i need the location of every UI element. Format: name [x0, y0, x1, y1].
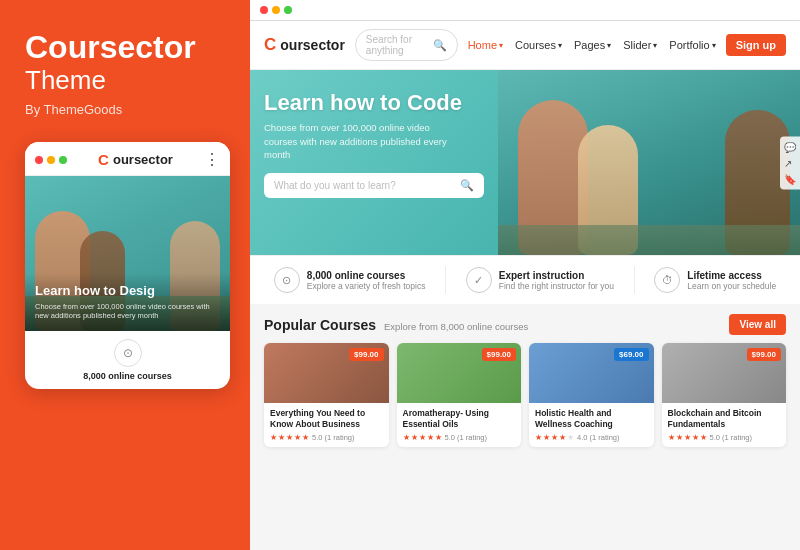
star-5: ★ [700, 433, 707, 442]
course-title-1: Aromatherapy- Using Essential Oils [403, 408, 516, 430]
hero-desk [498, 225, 801, 255]
mobile-logo: C oursector [98, 151, 173, 168]
course-img-3: $99.00 [662, 343, 787, 403]
nav-search[interactable]: Search for anything 🔍 [355, 29, 458, 61]
star-4: ★ [559, 433, 566, 442]
courses-grid: $99.00 Everything You Need to Know About… [264, 343, 786, 447]
course-rating-0: 5.0 (1 rating) [312, 433, 355, 442]
star-1: ★ [403, 433, 410, 442]
mobile-menu-icon[interactable]: ⋮ [204, 150, 220, 169]
mobile-hero-title: Learn how to Desig [35, 283, 220, 299]
hero-search-placeholder: What do you want to learn? [274, 180, 454, 191]
stat-divider-1 [445, 266, 446, 294]
mobile-dot-yellow [47, 156, 55, 164]
course-card-3[interactable]: $99.00 Blockchain and Bitcoin Fundamenta… [662, 343, 787, 447]
browser-dot-red [260, 6, 268, 14]
brand-subtitle: Theme [25, 65, 225, 96]
nav-logo: C oursector [264, 35, 345, 55]
nav-courses[interactable]: Courses ▾ [515, 39, 562, 51]
course-stars-2: ★★★★★ 4.0 (1 rating) [535, 433, 648, 442]
hero-subtitle: Choose from over 100,000 online video co… [264, 121, 464, 161]
nav-portfolio[interactable]: Portfolio ▾ [669, 39, 715, 51]
chat-icon: 💬 [784, 141, 796, 152]
course-stars-0: ★★★★★ 5.0 (1 rating) [270, 433, 383, 442]
course-title-0: Everything You Need to Know About Busine… [270, 408, 383, 430]
nav-slider[interactable]: Slider ▾ [623, 39, 657, 51]
star-3: ★ [286, 433, 293, 442]
portfolio-arrow: ▾ [712, 41, 716, 50]
stat-courses-text: 8,000 online courses Explore a variety o… [307, 270, 426, 291]
courses-subtitle: Explore from 8,000 online courses [384, 321, 528, 332]
star-1: ★ [668, 433, 675, 442]
hero-search-bar[interactable]: What do you want to learn? 🔍 [264, 173, 484, 198]
star-3: ★ [684, 433, 691, 442]
star-1: ★ [270, 433, 277, 442]
course-card-1[interactable]: $99.00 Aromatherapy- Using Essential Oil… [397, 343, 522, 447]
star-2: ★ [676, 433, 683, 442]
mobile-top-bar: C oursector ⋮ [25, 142, 230, 176]
stat-divider-2 [634, 266, 635, 294]
hero-content: Learn how to Code Choose from over 100,0… [264, 90, 484, 198]
course-card-2[interactable]: $69.00 Holistic Health and Wellness Coac… [529, 343, 654, 447]
mobile-dot-green [59, 156, 67, 164]
courses-title: Popular Courses [264, 317, 376, 333]
star-3: ★ [419, 433, 426, 442]
nav-links: Home ▾ Courses ▾ Pages ▾ Slider ▾ Portfo… [468, 39, 716, 51]
stat-instruction-label: Expert instruction [499, 270, 614, 281]
nav-pages[interactable]: Pages ▾ [574, 39, 611, 51]
nav-logo-c: C [264, 35, 276, 55]
share-icon: ↗ [784, 157, 796, 168]
instruction-icon: ✓ [466, 267, 492, 293]
course-price-3: $99.00 [747, 348, 781, 361]
mobile-hero-sub: Choose from over 100,000 online video co… [35, 302, 220, 322]
nav-signup-button[interactable]: Sign up [726, 34, 786, 56]
hero-image [498, 70, 801, 255]
course-img-1: $99.00 [397, 343, 522, 403]
courses-title-group: Popular Courses Explore from 8,000 onlin… [264, 317, 528, 333]
star-4: ★ [692, 433, 699, 442]
left-panel: Coursector Theme By ThemeGoods C oursect… [0, 0, 250, 550]
hero-title: Learn how to Code [264, 90, 484, 116]
home-arrow: ▾ [499, 41, 503, 50]
slider-arrow: ▾ [653, 41, 657, 50]
star-5: ★ [567, 433, 574, 442]
star-4: ★ [294, 433, 301, 442]
star-2: ★ [411, 433, 418, 442]
mobile-stats-text: 8,000 online courses [35, 371, 220, 381]
search-icon: 🔍 [433, 39, 447, 52]
view-all-button[interactable]: View all [729, 314, 786, 335]
stat-instruction-desc: Find the right instructor for you [499, 281, 614, 291]
stat-courses-desc: Explore a variety of fresh topics [307, 281, 426, 291]
stat-instruction: ✓ Expert instruction Find the right inst… [466, 267, 614, 293]
course-price-1: $99.00 [482, 348, 516, 361]
mobile-traffic-lights [35, 156, 67, 164]
stat-courses-label: 8,000 online courses [307, 270, 426, 281]
pages-arrow: ▾ [607, 41, 611, 50]
hero-sidebar-icons: 💬 ↗ 🔖 [780, 136, 800, 189]
stat-courses: ⊙ 8,000 online courses Explore a variety… [274, 267, 426, 293]
course-body-0: Everything You Need to Know About Busine… [264, 403, 389, 447]
mobile-hero: Learn how to Desig Choose from over 100,… [25, 176, 230, 331]
course-price-2: $69.00 [614, 348, 648, 361]
brand-by: By ThemeGoods [25, 102, 225, 117]
course-title-3: Blockchain and Bitcoin Fundamentals [668, 408, 781, 430]
nav-home[interactable]: Home ▾ [468, 39, 503, 51]
course-rating-2: 4.0 (1 rating) [577, 433, 620, 442]
mobile-stats: ⊙ 8,000 online courses [25, 331, 230, 389]
stat-instruction-text: Expert instruction Find the right instru… [499, 270, 614, 291]
star-2: ★ [543, 433, 550, 442]
browser-traffic-lights [260, 6, 292, 14]
stats-bar: ⊙ 8,000 online courses Explore a variety… [250, 255, 800, 304]
mobile-dot-red [35, 156, 43, 164]
course-card-0[interactable]: $99.00 Everything You Need to Know About… [264, 343, 389, 447]
mobile-logo-c: C [98, 151, 109, 168]
browser-chrome [250, 0, 800, 21]
nav-bar: C oursector Search for anything 🔍 Home ▾… [250, 21, 800, 70]
courses-icon: ⊙ [274, 267, 300, 293]
mobile-stats-icon: ⊙ [114, 339, 142, 367]
course-body-1: Aromatherapy- Using Essential Oils ★★★★★… [397, 403, 522, 447]
nav-logo-text: oursector [280, 37, 345, 53]
courses-arrow: ▾ [558, 41, 562, 50]
course-body-2: Holistic Health and Wellness Coaching ★★… [529, 403, 654, 447]
stat-access-text: Lifetime access Learn on your schedule [687, 270, 776, 291]
